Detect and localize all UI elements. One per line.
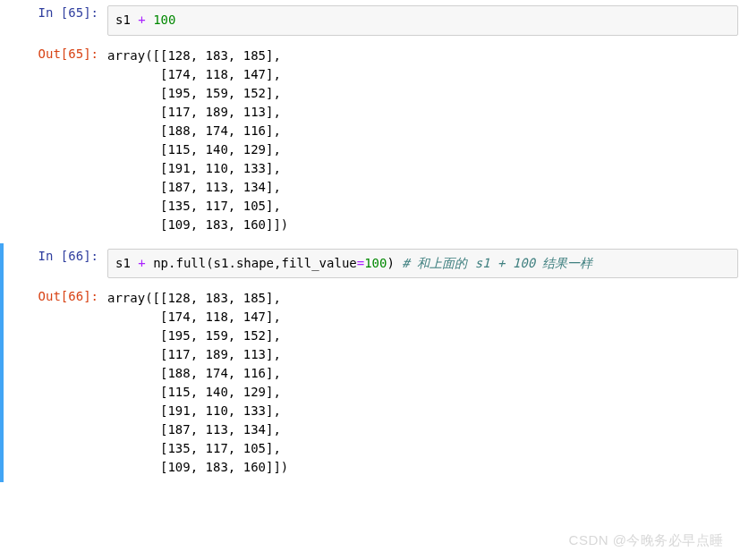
- code-comment: # 和上面的 s1 + 100 结果一样: [402, 256, 592, 270]
- notebook-output-row: Out[66]: array([[128, 183, 185], [174, 1…: [0, 284, 740, 482]
- code-token: ): [387, 256, 402, 270]
- code-token: s1: [115, 13, 131, 27]
- code-token: +: [138, 256, 145, 270]
- code-token: 100: [153, 13, 175, 27]
- output-prompt: Out[65]:: [4, 41, 107, 240]
- input-prompt: In [66]:: [4, 243, 107, 284]
- output-area: array([[128, 183, 185], [174, 118, 147],…: [107, 284, 740, 482]
- code-token: =: [357, 256, 364, 270]
- notebook-cell-selected: In [66]: s1 + np.full(s1.shape,fill_valu…: [0, 243, 740, 284]
- notebook-output-row: Out[65]: array([[128, 183, 185], [174, 1…: [0, 41, 740, 240]
- input-prompt: In [65]:: [4, 0, 107, 41]
- code-input[interactable]: s1 + np.full(s1.shape,fill_value=100) # …: [107, 249, 738, 279]
- output-prompt: Out[66]:: [4, 284, 107, 482]
- output-text: array([[128, 183, 185], [174, 118, 147],…: [107, 47, 740, 234]
- input-area[interactable]: s1 + np.full(s1.shape,fill_value=100) # …: [107, 243, 740, 284]
- code-token: +: [138, 13, 145, 27]
- code-input[interactable]: s1 + 100: [107, 5, 738, 36]
- code-token: np.full(s1.shape,fill_value: [153, 256, 357, 270]
- watermark: CSDN @今晚务必早点睡: [569, 532, 724, 549]
- output-area: array([[128, 183, 185], [174, 118, 147],…: [107, 41, 740, 240]
- code-token: 100: [364, 256, 387, 270]
- notebook-cell: In [65]: s1 + 100: [0, 0, 740, 41]
- input-area[interactable]: s1 + 100: [107, 0, 740, 41]
- output-text: array([[128, 183, 185], [174, 118, 147],…: [107, 289, 740, 477]
- code-token: s1: [115, 256, 131, 270]
